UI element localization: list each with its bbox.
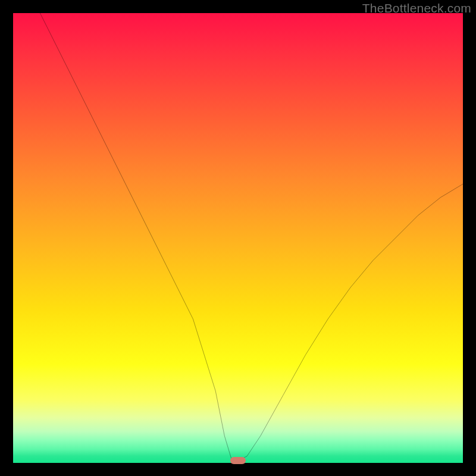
minimum-marker bbox=[230, 457, 246, 464]
chart-stage: TheBottleneck.com bbox=[0, 0, 476, 476]
plot-area bbox=[13, 13, 463, 463]
bottleneck-curve bbox=[13, 13, 463, 463]
curve-path bbox=[40, 13, 463, 461]
